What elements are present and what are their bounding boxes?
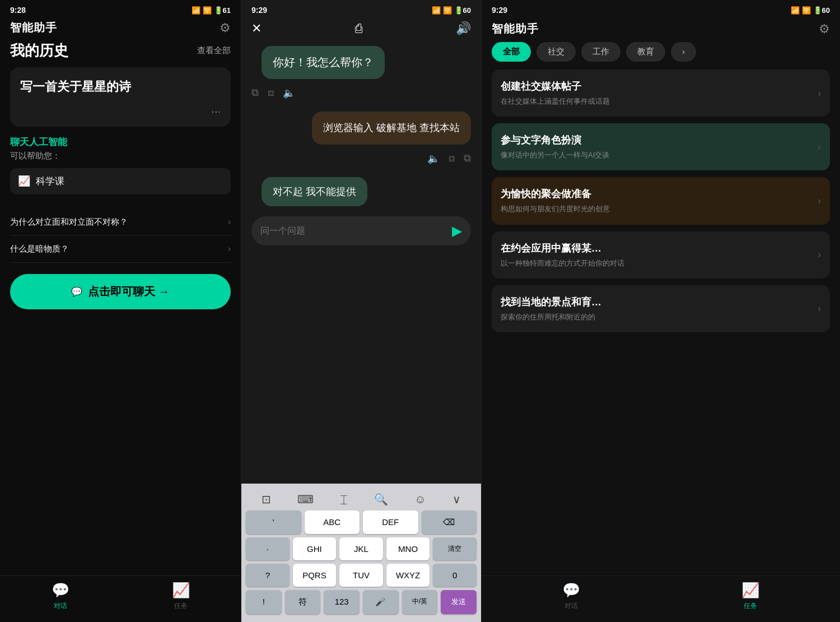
copy-icon-2[interactable]: ⧈ xyxy=(449,152,455,165)
template-card-content-0: 创建社交媒体帖子 在社交媒体上涵盖任何事件或话题 xyxy=(501,80,811,106)
history-card[interactable]: 写一首关于星星的诗 ... xyxy=(10,67,231,127)
kb-key-dot[interactable]: · xyxy=(246,537,290,560)
template-card-arrow-4: › xyxy=(818,303,821,314)
kb-key-lang[interactable]: 中/英 xyxy=(402,590,438,614)
template-card-arrow-0: › xyxy=(818,87,821,99)
status-icons-2: 📶 🛜 🔋60 xyxy=(432,6,471,15)
user-bubble-text: 浏览器输入 破解基地 查找本站 xyxy=(323,120,460,136)
task-icon-3: 📈 xyxy=(741,582,759,599)
tab-all[interactable]: 全部 xyxy=(492,42,531,62)
user-bubble-wrapper: 浏览器输入 破解基地 查找本站 xyxy=(241,107,481,149)
share-icon[interactable]: ⎙ xyxy=(355,21,362,36)
kb-key-tuv[interactable]: TUV xyxy=(339,564,383,587)
template-card-title-3: 在约会应用中赢得某… xyxy=(501,242,811,255)
template-card-content-4: 找到当地的景点和育… 探索你的住所周托和附近的的 xyxy=(501,295,811,322)
template-card-3[interactable]: 在约会应用中赢得某… 以一种独特而难忘的方式开始你的对话 › xyxy=(492,231,830,278)
template-card-arrow-3: › xyxy=(818,249,821,261)
kb-key-abc[interactable]: ABC xyxy=(305,510,360,534)
keyboard-area: ⊡ ⌨ ⌶ 🔍 ☺ ∨ ' ABC DEF ⌫ · GHI JKL MNO 清空… xyxy=(241,484,481,622)
copy-icon[interactable]: ⧈ xyxy=(268,87,274,99)
ai-bubble-1-text: 你好！我怎么帮你？ xyxy=(273,55,374,70)
template-card-desc-0: 在社交媒体上涵盖任何事件或话题 xyxy=(501,96,811,106)
speaker-icon[interactable]: 🔈 xyxy=(283,87,295,99)
kb-key-wxyz[interactable]: WXYZ xyxy=(386,564,430,587)
nav-task-3[interactable]: 📈 任务 xyxy=(661,582,840,611)
ai-bubble-1: 你好！我怎么帮你？ xyxy=(262,46,385,79)
kb-more-icon[interactable]: ∨ xyxy=(452,493,461,506)
battery-icon-2: 🔋60 xyxy=(454,6,471,15)
kb-key-ghi[interactable]: GHI xyxy=(293,537,337,560)
battery-icon-3: 🔋60 xyxy=(813,6,830,15)
gear-icon-1[interactable]: ⚙ xyxy=(220,21,231,35)
speaker-icon-2[interactable]: 🔈 xyxy=(427,152,440,165)
kb-key-del[interactable]: ⌫ xyxy=(422,510,477,534)
kb-clipboard-icon[interactable]: ⊡ xyxy=(262,493,271,506)
kb-key-mno[interactable]: MNO xyxy=(386,537,430,560)
question-arrow-2: › xyxy=(228,244,231,254)
keyboard-row-1: · GHI JKL MNO 清空 xyxy=(246,537,477,560)
kb-key-zero[interactable]: 0 xyxy=(433,564,477,587)
nav-dialog-1[interactable]: 💬 对话 xyxy=(0,582,120,611)
kb-key-fu[interactable]: 符 xyxy=(285,590,321,614)
kb-key-apostrophe[interactable]: ' xyxy=(246,510,301,534)
kb-key-pqrs[interactable]: PQRS xyxy=(293,564,337,587)
tab-social[interactable]: 社交 xyxy=(536,42,576,62)
subject-name: 科学课 xyxy=(36,175,64,188)
view-all-link[interactable]: 查看全部 xyxy=(197,45,231,56)
gear-icon-3[interactable]: ⚙ xyxy=(819,22,830,36)
p3-header: 智能助手 ⚙ xyxy=(482,17,840,42)
tab-work[interactable]: 工作 xyxy=(581,42,620,62)
panel-3: 9:29 📶 🛜 🔋60 智能助手 ⚙ 全部 社交 工作 教育 › 创建社交媒体… xyxy=(482,0,840,622)
tab-education[interactable]: 教育 xyxy=(626,42,665,62)
chat-button-text: 点击即可聊天 → xyxy=(88,284,170,299)
tab-more[interactable]: › xyxy=(671,42,696,62)
dialog-label-3: 对话 xyxy=(564,601,578,611)
ai-chat-subtitle: 可以帮助您： xyxy=(10,151,231,161)
external-link-icon[interactable]: ⧉ xyxy=(251,87,259,99)
close-icon[interactable]: ✕ xyxy=(251,21,262,36)
nav-dialog-3[interactable]: 💬 对话 xyxy=(482,582,661,611)
status-icons-3: 📶 🛜 🔋60 xyxy=(791,6,830,15)
keyboard-row-3: ! 符 123 🎤 中/英 发送 xyxy=(246,590,477,614)
kb-key-send[interactable]: 发送 xyxy=(441,590,477,614)
task-label-3: 任务 xyxy=(744,601,757,611)
send-button[interactable]: ▶ xyxy=(452,223,462,239)
wifi-icon-3: 🛜 xyxy=(802,6,811,15)
battery-icon: 🔋61 xyxy=(214,6,231,15)
volume-icon[interactable]: 🔊 xyxy=(456,21,471,36)
template-card-1[interactable]: 参与文字角色扮演 像对话中的另一个人一样与AI交谈 › xyxy=(492,123,830,170)
kb-search-icon[interactable]: 🔍 xyxy=(374,493,388,506)
nav-task-1[interactable]: 📈 任务 xyxy=(120,582,241,611)
status-bar-1: 9:28 📶 🛜 🔋61 xyxy=(0,0,241,17)
kb-key-def[interactable]: DEF xyxy=(363,510,418,534)
chat-input[interactable] xyxy=(260,226,446,236)
kb-key-question[interactable]: ? xyxy=(246,564,290,587)
kb-key-jkl[interactable]: JKL xyxy=(339,537,383,560)
chat-button[interactable]: 💬 点击即可聊天 → xyxy=(10,274,231,309)
kb-key-exclaim[interactable]: ! xyxy=(246,590,282,614)
kb-keyboard-icon[interactable]: ⌨ xyxy=(297,493,314,506)
kb-emoji-icon[interactable]: ☺ xyxy=(414,493,426,506)
history-card-dots[interactable]: ... xyxy=(20,103,221,115)
subject-icon: 📈 xyxy=(18,175,30,187)
subject-item[interactable]: 📈 科学课 xyxy=(10,168,231,194)
template-card-0[interactable]: 创建社交媒体帖子 在社交媒体上涵盖任何事件或话题 › xyxy=(492,69,830,117)
question-item-2[interactable]: 什么是暗物质？ › xyxy=(10,236,231,263)
template-card-content-1: 参与文字角色扮演 像对话中的另一个人一样与AI交谈 xyxy=(501,133,811,160)
ai-chat-title: 聊天人工智能 xyxy=(10,136,231,148)
external-link-icon-2[interactable]: ⧉ xyxy=(464,152,471,165)
question-item-1[interactable]: 为什么对立面和对立面不对称？ › xyxy=(10,209,231,236)
kb-key-clear[interactable]: 清空 xyxy=(433,537,477,560)
kb-key-mic[interactable]: 🎤 xyxy=(363,590,399,614)
task-icon-1: 📈 xyxy=(172,582,190,599)
template-card-arrow-1: › xyxy=(818,141,821,153)
template-card-title-0: 创建社交媒体帖子 xyxy=(501,80,811,93)
template-card-4[interactable]: 找到当地的景点和育… 探索你的住所周托和附近的的 › xyxy=(492,285,830,332)
time-3: 9:29 xyxy=(492,6,507,15)
my-history-section: 我的历史 查看全部 写一首关于星星的诗 ... xyxy=(0,41,241,136)
template-card-2[interactable]: 为愉快的聚会做准备 构思如何与朋友们共度时光的创意 › xyxy=(492,177,830,224)
bottom-nav-1: 💬 对话 📈 任务 xyxy=(0,575,241,622)
kb-cursor-icon[interactable]: ⌶ xyxy=(340,493,347,506)
input-area[interactable]: ▶ xyxy=(251,216,471,245)
kb-key-123[interactable]: 123 xyxy=(324,590,360,614)
